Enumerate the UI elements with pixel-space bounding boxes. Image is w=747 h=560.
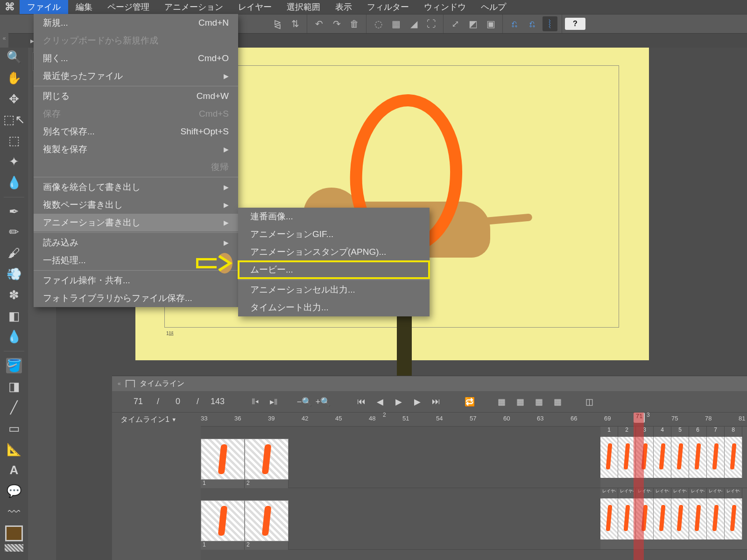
toolbar-sort-icon[interactable]: ⇅ <box>288 16 303 31</box>
file-menu-item[interactable]: フォトライブラリからファイル保存... <box>34 289 238 307</box>
file-menu-item[interactable]: 最近使ったファイル▶ <box>34 67 238 85</box>
file-menu-item[interactable]: 別名で保存...Shift+Opt+S <box>34 123 238 140</box>
file-menu-item[interactable]: 画像を統合して書き出し▶ <box>34 178 238 196</box>
submenu-item[interactable]: アニメーションGIF... <box>238 225 430 243</box>
mini-cel[interactable] <box>725 437 742 478</box>
mini-cel[interactable] <box>671 498 689 539</box>
airbrush-tool-icon[interactable]: 💨 <box>6 266 22 282</box>
editcel-icon[interactable]: ▦ <box>551 395 564 408</box>
toolbar-flip-v-icon[interactable]: ⎌ <box>525 16 540 31</box>
go-first-icon[interactable]: ⏮ <box>355 395 368 408</box>
menu-animation[interactable]: アニメーション <box>157 0 231 14</box>
addcel2-icon[interactable]: ▦ <box>514 395 527 408</box>
timeline-collapse-icon[interactable]: « <box>118 380 121 387</box>
cel[interactable] <box>245 500 289 541</box>
marquee-tool-icon[interactable]: ⬚ <box>6 133 22 148</box>
zoom-in-icon[interactable]: +🔍 <box>317 395 330 408</box>
toolbar-undo-icon[interactable]: ↶ <box>311 16 326 31</box>
mini-cel[interactable] <box>707 437 725 478</box>
onion-icon[interactable]: ◫ <box>583 395 596 408</box>
submenu-item[interactable]: アニメーションスタンプ(APNG)... <box>238 243 430 261</box>
playhead[interactable] <box>634 413 644 560</box>
step-fwd-icon[interactable]: ▶ <box>411 395 424 408</box>
cel[interactable] <box>245 439 289 480</box>
timeline-track-area[interactable]: 2 71 3 333639424548515457606366697275788… <box>201 413 747 560</box>
file-menu-item[interactable]: 閉じるCmd+W <box>34 87 238 105</box>
frame-tool-icon[interactable]: ▭ <box>6 421 22 436</box>
wand-tool-icon[interactable]: ✦ <box>6 154 22 169</box>
timeline-loopstart-icon[interactable]: ⦀◂ <box>248 395 261 408</box>
line-tool-icon[interactable]: ╱ <box>6 400 22 415</box>
zoom-out-icon[interactable]: −🔍 <box>298 395 311 408</box>
timeline-ruler[interactable]: 2 71 3 333639424548515457606366697275788… <box>201 413 747 427</box>
eyedrop-tool-icon[interactable]: 💧 <box>6 175 22 190</box>
fill-tool-icon[interactable]: 🪣 <box>6 358 22 373</box>
toolbar-canvas-icon[interactable]: ▦ <box>388 16 403 31</box>
toolbar-fill-icon[interactable]: ◢ <box>406 16 421 31</box>
toolbar-scale-icon[interactable]: ⤢ <box>448 16 463 31</box>
timeline-selector[interactable]: タイムライン1 ▼ <box>112 413 201 427</box>
toolbar-flip-h-icon[interactable]: ⎌ <box>507 16 522 31</box>
menu-layer[interactable]: レイヤー <box>231 0 279 14</box>
hand-tool-icon[interactable]: ✋ <box>6 70 22 86</box>
toolbar-select-icon[interactable]: ▣ <box>483 16 498 31</box>
menu-edit[interactable]: 編集 <box>68 0 100 14</box>
brush-tool-icon[interactable]: 🖌 <box>6 245 22 261</box>
toolbar-help-button[interactable]: ? <box>565 18 585 30</box>
pen-tool-icon[interactable]: ✒ <box>6 204 22 219</box>
play-icon[interactable]: ▶ <box>392 395 405 408</box>
mini-cel[interactable] <box>600 437 618 478</box>
erase-tool-icon[interactable]: ◧ <box>6 308 22 324</box>
mini-cel[interactable] <box>689 498 707 539</box>
ruler-tool-icon[interactable]: 📐 <box>6 442 22 457</box>
cel[interactable] <box>201 500 245 541</box>
file-menu-item[interactable]: ファイル操作・共有... <box>34 272 238 289</box>
mini-cel[interactable] <box>654 437 671 478</box>
toolbar-stepper-icon[interactable]: ⧎ <box>270 16 285 31</box>
file-menu-item[interactable]: 新規...Cmd+N <box>34 14 238 32</box>
step-back-icon[interactable]: ◀ <box>374 395 387 408</box>
mini-cel[interactable] <box>689 437 707 478</box>
balloon-tool-icon[interactable]: 💬 <box>6 483 22 499</box>
foreground-color[interactable] <box>5 525 23 541</box>
transparent-color[interactable] <box>5 544 23 552</box>
blend-tool-icon[interactable]: 💧 <box>6 329 22 345</box>
submenu-item[interactable]: タイムシート出力... <box>238 299 430 316</box>
file-menu-item[interactable]: 複数ページ書き出し▶ <box>34 196 238 214</box>
pencil-tool-icon[interactable]: ✏ <box>6 225 22 240</box>
submenu-item[interactable]: アニメーションセル出力... <box>238 281 430 299</box>
file-menu-item[interactable]: 複製を保存▶ <box>34 140 238 158</box>
select-tool-icon[interactable]: ⬚↖ <box>6 112 22 127</box>
mini-cel[interactable] <box>654 498 671 539</box>
timeline-loopend-icon[interactable]: ▸⦀ <box>267 395 280 408</box>
menu-selection[interactable]: 選択範囲 <box>279 0 328 14</box>
toolbar-transform-icon[interactable]: ⛶ <box>424 16 439 31</box>
menu-page[interactable]: ページ管理 <box>100 0 157 14</box>
mini-cel[interactable] <box>600 498 618 539</box>
file-menu-item[interactable]: 読み込み▶ <box>34 234 238 252</box>
menu-view[interactable]: 表示 <box>328 0 359 14</box>
delcel-icon[interactable]: ▦ <box>532 395 545 408</box>
toolbar-clear-icon[interactable]: ◌ <box>371 16 386 31</box>
menu-help[interactable]: ヘルプ <box>473 0 514 14</box>
deco-tool-icon[interactable]: ✽ <box>6 287 22 303</box>
collapse-toolbar-icon[interactable]: « <box>0 28 8 48</box>
mini-cel[interactable] <box>671 437 689 478</box>
menu-window[interactable]: ウィンドウ <box>416 0 473 14</box>
toolbar-trash-icon[interactable]: 🗑 <box>347 16 362 31</box>
toolbar-redo-icon[interactable]: ↷ <box>329 16 344 31</box>
file-menu-item[interactable]: アニメーション書き出し▶ <box>34 214 238 231</box>
submenu-item[interactable]: ムービー... <box>238 261 430 279</box>
toolbar-symmetry-icon[interactable]: ⦚ <box>543 16 557 31</box>
color-swatch[interactable] <box>5 525 23 560</box>
gradient-tool-icon[interactable]: ◨ <box>6 379 22 394</box>
move-tool-icon[interactable]: ✥ <box>6 91 22 107</box>
menu-filter[interactable]: フィルター <box>359 0 416 14</box>
go-last-icon[interactable]: ⏭ <box>430 395 443 408</box>
submenu-item[interactable]: 連番画像... <box>238 208 430 225</box>
zoom-tool-icon[interactable]: 🔍 <box>6 49 22 65</box>
mini-cel[interactable] <box>707 498 725 539</box>
toolbar-tone-icon[interactable]: ◩ <box>465 16 480 31</box>
mini-cel[interactable] <box>725 498 742 539</box>
text-tool-icon[interactable]: A <box>6 462 22 478</box>
